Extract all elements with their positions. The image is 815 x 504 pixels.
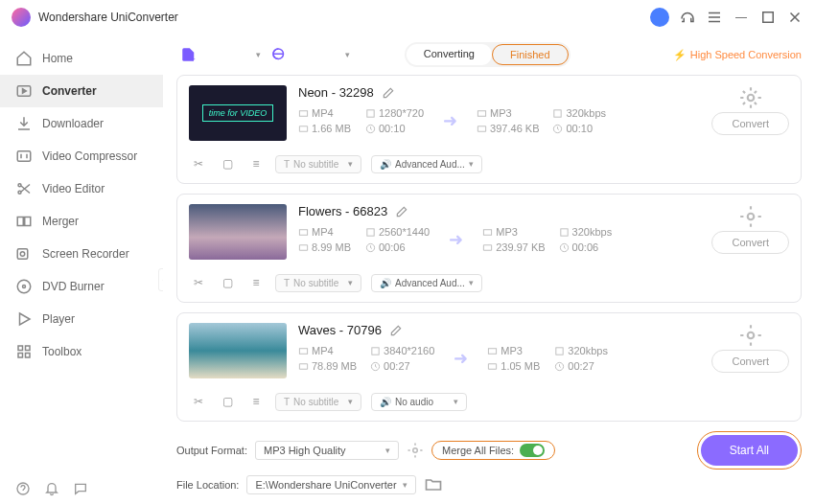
sidebar-label: Downloader: [42, 117, 104, 130]
scissors-icon: [15, 180, 33, 197]
sidebar-item-player[interactable]: Player: [0, 303, 163, 335]
file-title: Waves - 70796: [298, 323, 382, 337]
merge-toggle[interactable]: [520, 444, 545, 457]
download-icon: [15, 115, 33, 132]
disc-icon: [15, 278, 33, 295]
sidebar-item-toolbox[interactable]: Toolbox: [0, 335, 163, 368]
convert-button[interactable]: Convert: [711, 350, 789, 373]
svg-rect-28: [484, 229, 492, 235]
add-file-button[interactable]: +: [176, 42, 201, 67]
svg-rect-2: [17, 151, 31, 162]
close-icon[interactable]: [786, 9, 803, 26]
trim-icon[interactable]: ✂: [189, 154, 208, 173]
record-icon: [15, 245, 33, 263]
tab-finished[interactable]: Finished: [492, 44, 569, 65]
maximize-icon[interactable]: [759, 9, 777, 26]
thumbnail[interactable]: [189, 323, 287, 378]
arrow-right-icon: ➜: [443, 110, 457, 131]
svg-point-39: [413, 448, 418, 453]
svg-rect-7: [17, 249, 28, 260]
svg-rect-33: [372, 347, 379, 354]
converter-icon: [15, 82, 33, 100]
svg-rect-25: [299, 229, 307, 235]
svg-rect-0: [763, 12, 774, 23]
add-file-chevron-icon[interactable]: ▾: [256, 50, 261, 59]
user-avatar-icon[interactable]: [650, 8, 669, 27]
convert-button[interactable]: Convert: [711, 231, 789, 254]
sidebar-item-compressor[interactable]: Video Compressor: [0, 140, 163, 172]
output-settings-icon[interactable]: [407, 442, 424, 459]
svg-point-24: [747, 95, 754, 102]
thumbnail[interactable]: time for VIDEO: [189, 85, 287, 141]
open-folder-icon[interactable]: [424, 475, 443, 494]
sidebar-item-converter[interactable]: Converter: [0, 75, 163, 107]
subtitle-dropdown[interactable]: T No subtitle▾: [275, 155, 361, 173]
high-speed-button[interactable]: ⚡ High Speed Conversion: [673, 49, 802, 61]
svg-point-9: [17, 280, 31, 293]
svg-point-8: [20, 252, 25, 257]
crop-icon[interactable]: ▢: [218, 273, 237, 292]
svg-rect-32: [299, 348, 307, 354]
svg-point-38: [747, 332, 754, 339]
audio-dropdown[interactable]: 🔊 No audio▾: [371, 393, 467, 411]
file-location-dropdown[interactable]: E:\Wondershare UniConverter▾: [246, 475, 415, 494]
play-icon: [15, 310, 33, 328]
subtitle-dropdown[interactable]: T No subtitle▾: [275, 393, 361, 411]
rename-icon[interactable]: [382, 86, 395, 100]
output-format-dropdown[interactable]: MP3 High Quality▾: [255, 441, 399, 460]
svg-rect-5: [17, 218, 23, 226]
sidebar-item-editor[interactable]: Video Editor: [0, 172, 163, 205]
high-speed-label: High Speed Conversion: [690, 49, 802, 60]
settings-icon[interactable]: [738, 323, 763, 348]
arrow-right-icon: ➜: [454, 348, 468, 369]
app-title: Wondershare UniConverter: [38, 11, 650, 24]
app-logo: [12, 8, 31, 27]
minimize-icon[interactable]: —: [733, 9, 750, 26]
sidebar-label: Converter: [42, 84, 97, 98]
bell-icon[interactable]: [44, 481, 59, 496]
start-all-button[interactable]: Start All: [701, 435, 798, 466]
file-location-label: File Location:: [176, 479, 239, 491]
add-url-chevron-icon[interactable]: ▾: [345, 50, 350, 59]
sidebar-item-home[interactable]: Home: [0, 42, 163, 75]
crop-icon[interactable]: ▢: [218, 154, 237, 173]
convert-button[interactable]: Convert: [711, 112, 789, 135]
more-icon[interactable]: ≡: [246, 273, 266, 292]
crop-icon[interactable]: ▢: [218, 392, 237, 411]
subtitle-dropdown[interactable]: T No subtitle▾: [275, 274, 361, 292]
thumbnail[interactable]: [189, 204, 287, 260]
add-url-button[interactable]: [267, 42, 291, 67]
rename-icon[interactable]: [389, 324, 403, 337]
trim-icon[interactable]: ✂: [189, 392, 208, 411]
tab-converting[interactable]: Converting: [407, 44, 492, 65]
sidebar-label: Screen Recorder: [42, 247, 129, 261]
arrow-right-icon: ➜: [449, 229, 463, 250]
trim-icon[interactable]: ✂: [189, 273, 208, 292]
audio-dropdown[interactable]: 🔊 Advanced Aud...▾: [371, 155, 482, 173]
svg-rect-15: [26, 354, 31, 358]
svg-rect-12: [18, 346, 23, 351]
svg-rect-22: [554, 109, 561, 116]
rename-icon[interactable]: [395, 205, 408, 218]
sidebar-item-merger[interactable]: Merger: [0, 205, 163, 238]
headset-icon[interactable]: [679, 9, 696, 26]
help-icon[interactable]: [15, 481, 31, 496]
compress-icon: [15, 148, 33, 165]
svg-point-3: [18, 184, 21, 187]
settings-icon[interactable]: [738, 85, 763, 110]
more-icon[interactable]: ≡: [246, 392, 266, 411]
audio-dropdown[interactable]: 🔊 Advanced Aud...▾: [371, 274, 482, 292]
svg-point-4: [18, 191, 21, 194]
svg-rect-18: [299, 110, 307, 116]
svg-rect-19: [367, 109, 374, 116]
feedback-icon[interactable]: [73, 481, 88, 496]
sidebar-item-downloader[interactable]: Downloader: [0, 107, 163, 140]
svg-rect-21: [477, 110, 485, 116]
sidebar-label: Merger: [42, 215, 79, 228]
svg-marker-11: [20, 313, 31, 325]
sidebar-item-dvd[interactable]: DVD Burner: [0, 270, 163, 303]
menu-icon[interactable]: [706, 9, 723, 26]
settings-icon[interactable]: [738, 204, 763, 229]
sidebar-item-recorder[interactable]: Screen Recorder: [0, 238, 163, 270]
more-icon[interactable]: ≡: [246, 154, 266, 173]
